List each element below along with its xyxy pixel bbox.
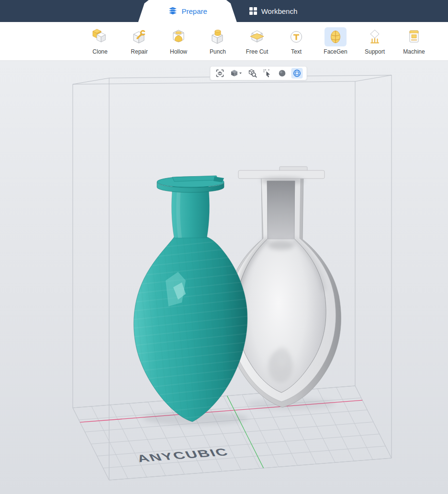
facegen-button[interactable]: FaceGen (322, 27, 349, 55)
zoom-model-icon (248, 68, 258, 78)
plate-grid-lines (73, 386, 392, 480)
viewport-3d[interactable]: ANYCUBIC (0, 61, 448, 494)
main-toolbar: Clone Repair Hollow (0, 22, 448, 61)
model-cutaway-hollow-flask[interactable] (226, 167, 341, 407)
support-label: Support (365, 48, 385, 55)
select-cursor-icon (263, 68, 272, 78)
hollow-label: Hollow (170, 48, 187, 55)
render-mode-icon (230, 68, 243, 78)
text-button[interactable]: Text (282, 27, 310, 55)
wireframe-sphere-icon (292, 68, 302, 78)
fit-view-icon (215, 68, 225, 78)
clone-icon (89, 27, 111, 46)
fit-view-button[interactable] (214, 68, 226, 79)
clone-label: Clone (92, 48, 107, 55)
text-icon (285, 27, 307, 46)
punch-label: Punch (210, 48, 226, 55)
topbar: Prepare Workbench (0, 0, 448, 22)
punch-icon (207, 27, 229, 46)
shaded-sphere-button[interactable] (277, 68, 288, 79)
prepare-layers-icon (168, 7, 178, 15)
support-button[interactable]: Support (361, 27, 389, 55)
facegen-icon (325, 27, 347, 46)
support-icon (364, 27, 386, 46)
render-mode-button[interactable] (229, 68, 244, 79)
shaded-sphere-icon (278, 68, 287, 78)
tab-prepare[interactable]: Prepare (138, 0, 237, 22)
anycubic-watermark: ANYCUBIC (135, 446, 231, 464)
select-cursor-button[interactable] (262, 68, 273, 79)
hollow-button[interactable]: Hollow (165, 27, 192, 55)
machine-icon (403, 27, 425, 46)
model-solid-flask[interactable] (134, 176, 247, 422)
wireframe-sphere-button[interactable] (291, 68, 303, 79)
clone-button[interactable]: Clone (86, 27, 114, 55)
workbench-grid-icon (249, 7, 257, 15)
tab-workbench[interactable]: Workbench (237, 0, 310, 22)
tab-prepare-label: Prepare (182, 7, 207, 15)
scene-canvas[interactable]: ANYCUBIC (0, 61, 448, 494)
free-cut-label: Free Cut (246, 48, 269, 55)
repair-button[interactable]: Repair (125, 27, 153, 55)
punch-button[interactable]: Punch (204, 27, 232, 55)
text-label: Text (291, 48, 302, 55)
build-plate: ANYCUBIC (73, 386, 392, 480)
free-cut-icon (246, 27, 268, 46)
machine-label: Machine (403, 48, 425, 55)
repair-icon (128, 27, 150, 46)
free-cut-button[interactable]: Free Cut (243, 27, 271, 55)
view-toolbar (210, 66, 307, 80)
repair-label: Repair (131, 48, 147, 55)
machine-button[interactable]: Machine (400, 27, 428, 55)
facegen-label: FaceGen (324, 48, 347, 55)
hollow-icon (168, 27, 190, 46)
zoom-model-button[interactable] (247, 68, 258, 79)
tab-strip: Prepare Workbench (138, 0, 310, 22)
tab-workbench-label: Workbench (261, 7, 298, 15)
